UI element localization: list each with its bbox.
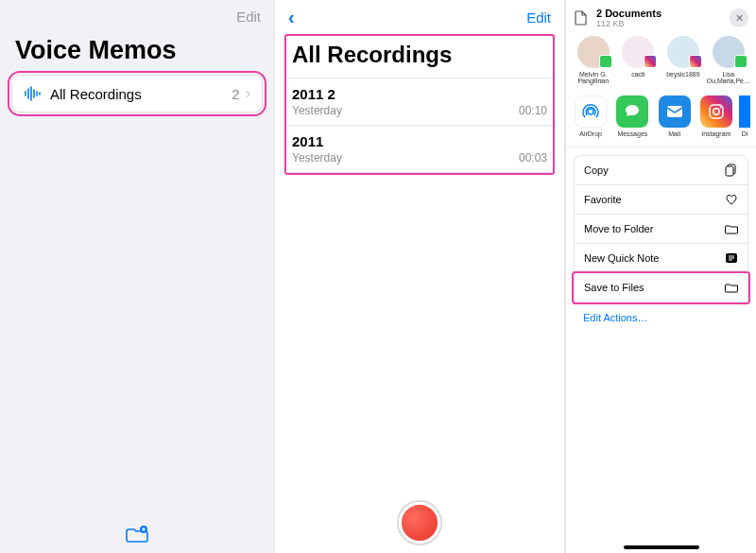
app-label: Messages (617, 130, 647, 137)
share-actions-list: Copy Favorite Move to Folder New Quick N… (566, 147, 756, 333)
share-contact[interactable]: Melvin G. Pangilinan (572, 36, 615, 84)
new-folder-button[interactable] (126, 525, 148, 547)
document-icon (574, 10, 589, 26)
recording-subtitle: Yesterday (292, 104, 342, 117)
messages-badge-icon (599, 55, 612, 68)
avatar (713, 36, 745, 68)
instagram-badge-icon (689, 55, 702, 68)
action-save-to-files[interactable]: Save to Files (574, 273, 748, 302)
app-icon (739, 95, 750, 128)
avatar (622, 36, 654, 68)
instagram-badge-icon (644, 55, 657, 68)
avatar (577, 36, 610, 68)
mail-icon (659, 95, 691, 128)
recording-title: 2011 2 (292, 86, 547, 102)
svg-point-7 (588, 109, 593, 114)
recording-duration: 00:10 (519, 104, 547, 117)
section-title: All Recordings (286, 36, 553, 78)
all-recordings-pane: ‹ Edit All Recordings 2011 2 Yesterday 0… (274, 0, 565, 553)
action-new-quick-note[interactable]: New Quick Note (574, 244, 748, 273)
action-copy[interactable]: Copy (574, 155, 748, 185)
edit-button[interactable]: Edit (236, 9, 261, 25)
action-label: New Quick Note (584, 252, 659, 264)
svg-point-10 (713, 109, 719, 114)
share-app-more[interactable]: Di (739, 95, 750, 137)
chevron-right-icon: › (246, 85, 250, 102)
back-button[interactable]: ‹ (288, 7, 295, 28)
airdrop-icon (575, 95, 607, 128)
folder-icon (725, 222, 738, 235)
share-app-mail[interactable]: Mail (655, 95, 693, 137)
app-label: Di (742, 130, 748, 137)
messages-badge-icon (734, 55, 747, 68)
action-favorite[interactable]: Favorite (574, 185, 748, 215)
heart-icon (725, 193, 738, 206)
contact-name: cacti (631, 71, 644, 78)
recording-subtitle: Yesterday (292, 151, 342, 164)
copy-icon (725, 164, 738, 177)
share-apps-row: AirDrop Messages Mail Instagram Di (566, 92, 756, 147)
svg-point-11 (719, 107, 721, 109)
sidebar-item-all-recordings[interactable]: All Recordings 2 › (11, 75, 263, 112)
share-contact[interactable]: beysic1889 (662, 36, 705, 84)
app-label: Instagram (701, 130, 730, 137)
page-title: Voice Memos (0, 28, 274, 75)
record-button[interactable] (399, 502, 440, 544)
action-label: Move to Folder (584, 223, 653, 234)
close-button[interactable]: ✕ (730, 9, 748, 27)
action-label: Copy (584, 164, 609, 176)
action-label: Save to Files (584, 282, 644, 293)
action-label: Favorite (584, 194, 622, 205)
recording-item[interactable]: 2011 Yesterday 00:03 (286, 126, 553, 173)
waveform-icon (24, 86, 41, 101)
contact-name: beysic1889 (666, 71, 699, 78)
contact-name: Melvin G. Pangilinan (572, 71, 615, 84)
recordings-highlight-box: All Recordings 2011 2 Yesterday 00:10 20… (284, 34, 555, 175)
share-sheet: 2 Documents 112 KB ✕ Melvin G. Pangilina… (565, 0, 756, 553)
sidebar-item-label: All Recordings (50, 86, 232, 102)
svg-rect-8 (667, 106, 682, 117)
app-label: AirDrop (579, 130, 602, 137)
pane1-toolbar: Edit (0, 0, 274, 28)
pane2-toolbar: ‹ Edit (275, 0, 564, 28)
share-app-instagram[interactable]: Instagram (697, 95, 735, 137)
share-contact[interactable]: cacti (617, 36, 661, 84)
instagram-icon (700, 95, 732, 128)
quick-note-icon (725, 251, 738, 265)
share-app-messages[interactable]: Messages (613, 95, 651, 137)
share-sheet-header: 2 Documents 112 KB ✕ (566, 0, 756, 36)
recording-duration: 00:03 (519, 151, 547, 164)
action-move-to-folder[interactable]: Move to Folder (574, 215, 748, 244)
share-subtitle: 112 KB (596, 19, 722, 28)
recording-item[interactable]: 2011 2 Yesterday 00:10 (286, 78, 553, 126)
sidebar-item-count: 2 (232, 86, 239, 102)
contact-name: Lisa Ou,Maria,Pe… (707, 71, 750, 84)
share-contacts-row: Melvin G. Pangilinan cacti beysic1889 Li… (566, 36, 756, 92)
svg-rect-13 (726, 166, 733, 176)
share-contact[interactable]: Lisa Ou,Maria,Pe… (707, 36, 750, 84)
avatar (667, 36, 699, 68)
voice-memos-sidebar: Edit Voice Memos All Recordings 2 › (0, 0, 274, 553)
edit-button[interactable]: Edit (526, 9, 551, 26)
folder-icon (725, 281, 738, 294)
recording-title: 2011 (292, 133, 547, 149)
messages-icon (616, 95, 648, 128)
share-app-airdrop[interactable]: AirDrop (572, 95, 610, 137)
edit-actions-link[interactable]: Edit Actions… (574, 302, 748, 333)
home-indicator (624, 545, 699, 549)
app-label: Mail (668, 130, 680, 137)
share-title: 2 Documents (596, 8, 722, 19)
